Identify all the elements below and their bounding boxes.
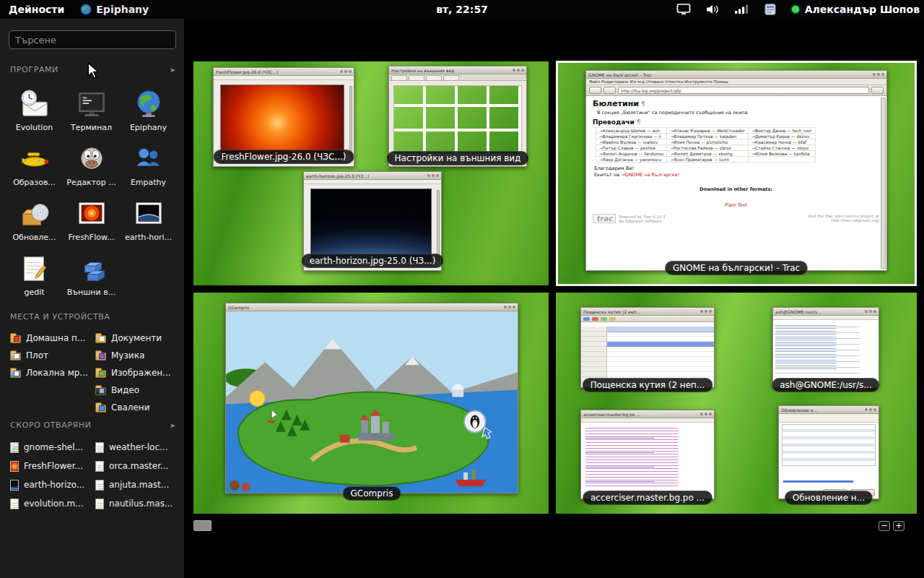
table-cell[interactable]: →Атанас Кошарев — WebCrusader	[667, 128, 749, 134]
window-buttons	[427, 174, 439, 177]
place-documents[interactable]: Документи	[95, 329, 178, 347]
workspace-2[interactable]: GNOME на български! - Trac Файл Редактир…	[556, 61, 917, 286]
app-item-gcompris[interactable]: Образов...	[6, 139, 63, 194]
image-thumbnail-icon	[10, 480, 19, 491]
activities-button[interactable]: Дейности	[0, 0, 73, 19]
app-label: Терминал	[63, 123, 120, 132]
window-label[interactable]: GNOME на български! - Trac	[665, 261, 808, 275]
table-cell[interactable]: →Красимир Чонов — bfaf	[749, 139, 815, 145]
table-cell[interactable]: →Петър Славов — peshka	[596, 145, 667, 151]
window-label[interactable]: accerciser.master.bg.po ...	[583, 491, 712, 505]
place-desktop[interactable]: Плот	[10, 347, 95, 364]
go-button[interactable]	[871, 87, 884, 94]
pilcrow-anchor[interactable]: ¶	[641, 100, 645, 108]
window-gcompris[interactable]: GCompris	[225, 303, 518, 493]
header-decor	[779, 414, 879, 423]
add-workspace-button[interactable]: +	[893, 521, 905, 531]
table-cell[interactable]: →Владимир Петков — kaladan	[667, 134, 749, 139]
place-local-network[interactable]: Локална мр...	[10, 364, 95, 381]
programs-expand-icon[interactable]: ▸	[171, 65, 175, 74]
gnome-bg-link[interactable]: →GNOME на български!	[621, 172, 679, 178]
forward-button[interactable]	[603, 87, 616, 94]
window-evolution-mail[interactable]: Пощенска кутия (2 неп...	[580, 307, 715, 388]
recent-weather-locations[interactable]: weather-loc...	[95, 438, 178, 457]
app-item-gimp[interactable]: Редактор ...	[63, 139, 120, 194]
workspace-1[interactable]: FreshFlower.jpg-26.0 (ЧЗС...) FreshFlowe…	[193, 61, 549, 285]
back-button[interactable]	[589, 87, 601, 94]
table-cell[interactable]	[749, 157, 815, 163]
place-label: Видео	[111, 385, 139, 395]
app-item-empathy[interactable]: Empathy	[120, 139, 177, 194]
search-input[interactable]	[9, 30, 176, 49]
window-titlebar: GCompris	[226, 303, 518, 311]
recent-earth-horizon[interactable]: earth-horizo...	[10, 475, 95, 494]
table-cell[interactable]: →Стойчо Станчев — stoyo	[749, 145, 815, 151]
workspace-3[interactable]: GCompris GCompris	[193, 293, 549, 514]
edgewall-credit: By Edgewall Software.	[619, 219, 663, 223]
plain-text-link[interactable]: Plain Text	[725, 202, 747, 208]
table-cell[interactable]: →Явор Доганов — yavorescu	[596, 157, 667, 163]
scrollbar-decor	[437, 190, 440, 261]
app-item-epiphany[interactable]: Epiphany	[120, 84, 177, 139]
recent-anjuta-po[interactable]: anjuta.mast...	[95, 475, 178, 494]
network-place-icon	[10, 370, 21, 378]
window-label[interactable]: FreshFlower.jpg-26.0 (ЧЗС...)	[214, 150, 354, 164]
table-cell[interactable]: →Ивайло Вълков — ivalkov	[596, 139, 667, 145]
table-cell[interactable]: →Филип Димитров — xboing	[667, 151, 749, 157]
app-item-freshflower[interactable]: FreshFlow...	[63, 194, 120, 249]
recent-nautilus-po[interactable]: nautilus.mas...	[95, 494, 178, 513]
table-cell[interactable]: →Владимира Гиргинова — ii	[596, 134, 667, 139]
workspace-4[interactable]: Пощенска кутия (2 неп... Пощенска кутия …	[556, 293, 917, 514]
app-item-terminal[interactable]: Терминал	[63, 84, 120, 139]
table-cell[interactable]: →Ясен Праматаров — turin	[667, 157, 749, 163]
recent-orca-po[interactable]: orca.master...	[95, 457, 178, 475]
table-cell[interactable]: →Филип Андонов — fandonov	[596, 151, 667, 157]
app-item-earth-horizon[interactable]: earth-hori...	[120, 194, 177, 249]
window-label[interactable]: Настройки на външния вид	[387, 151, 529, 165]
window-label[interactable]: earth-horizon.jpg-25.0 (ЧЗ...)	[302, 254, 444, 268]
remove-workspace-button[interactable]: −	[879, 521, 890, 531]
app-item-evolution[interactable]: Evolution	[6, 84, 63, 139]
window-gedit-po[interactable]: accerciser.master.bg.po ...	[580, 410, 715, 499]
recent-freshflower[interactable]: FreshFlower...	[10, 457, 95, 475]
table-cell[interactable]: →Ростислав Райков — zbrox	[667, 145, 749, 151]
url-field[interactable]: http://fsa-bg.org/project/gtp	[618, 87, 869, 94]
window-browser-trac[interactable]: GNOME на български! - Trac Файл Редактир…	[585, 70, 887, 271]
table-cell[interactable]: →Димитър Киров — dkirov	[749, 134, 815, 139]
network-signal-icon[interactable]	[734, 4, 749, 15]
volume-icon[interactable]	[705, 4, 720, 15]
table-cell[interactable]: →Илия Пенев — picholicho	[667, 139, 749, 145]
app-item-gedit[interactable]: gedit	[6, 249, 63, 303]
window-software-update[interactable]: Обновление н...	[778, 405, 879, 499]
clock[interactable]: вт, 22:57	[436, 4, 488, 15]
window-label[interactable]: ash@GNOME:/usr/s...	[772, 378, 879, 392]
app-label: Epiphany	[120, 123, 177, 132]
gcompris-scene	[226, 311, 518, 493]
place-pictures[interactable]: Изображен...	[95, 364, 178, 381]
place-label: Плот	[26, 350, 48, 361]
user-menu[interactable]: Александър Шопов	[792, 4, 920, 15]
pilcrow-anchor[interactable]: ¶	[637, 118, 641, 126]
table-cell[interactable]: →Виктор Дачев — tech_noir	[749, 128, 815, 134]
input-source-icon[interactable]	[763, 4, 777, 15]
window-label[interactable]: Обновление н...	[785, 491, 873, 505]
place-music[interactable]: Музика	[95, 347, 178, 364]
window-label[interactable]: Пощенска кутия (2 неп...	[583, 378, 713, 392]
window-buttons	[865, 408, 876, 411]
visit-link[interactable]: http://trac.edgewall.org/	[831, 218, 879, 223]
window-label[interactable]: GCompris	[343, 486, 401, 501]
window-terminal[interactable]: ash@GNOME:/usr/s...	[772, 307, 879, 388]
display-icon[interactable]	[676, 4, 691, 15]
workspace-control-button[interactable]	[193, 520, 212, 531]
app-item-software-update[interactable]: Обновле...	[6, 194, 63, 249]
table-cell[interactable]: →Александър Шопов — ash	[596, 128, 667, 134]
recent-expand-icon[interactable]: ▸	[171, 420, 175, 430]
app-item-external-drives[interactable]: Външни в...	[63, 249, 120, 303]
focused-app-menu[interactable]: Epiphany	[80, 4, 149, 15]
recent-gnome-shell[interactable]: gnome-shel...	[10, 438, 95, 457]
place-downloads[interactable]: Свалени	[95, 399, 178, 416]
table-cell[interactable]: →Юлия Волкова — konfeta	[749, 151, 815, 157]
place-home[interactable]: Домашна п...	[10, 329, 95, 347]
recent-evolution-file[interactable]: evolution.m...	[10, 494, 95, 513]
place-videos[interactable]: Видео	[95, 381, 178, 399]
